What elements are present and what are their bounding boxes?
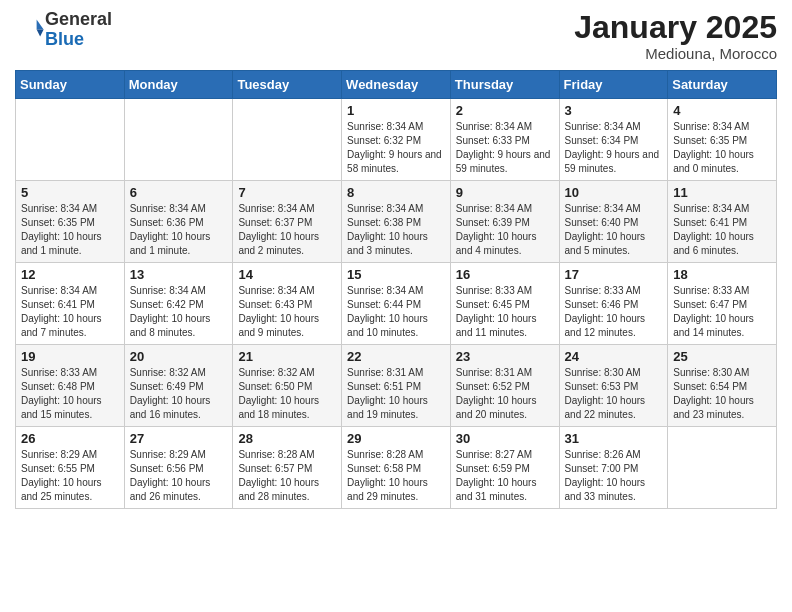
- day-number: 3: [565, 103, 663, 118]
- calendar-cell: 6Sunrise: 8:34 AM Sunset: 6:36 PM Daylig…: [124, 181, 233, 263]
- calendar-table: SundayMondayTuesdayWednesdayThursdayFrid…: [15, 70, 777, 509]
- calendar-cell: 14Sunrise: 8:34 AM Sunset: 6:43 PM Dayli…: [233, 263, 342, 345]
- day-info: Sunrise: 8:30 AM Sunset: 6:53 PM Dayligh…: [565, 366, 663, 422]
- logo: General Blue: [15, 10, 112, 50]
- day-number: 1: [347, 103, 445, 118]
- day-number: 16: [456, 267, 554, 282]
- calendar-cell: 29Sunrise: 8:28 AM Sunset: 6:58 PM Dayli…: [342, 427, 451, 509]
- day-number: 31: [565, 431, 663, 446]
- day-number: 14: [238, 267, 336, 282]
- day-info: Sunrise: 8:34 AM Sunset: 6:35 PM Dayligh…: [21, 202, 119, 258]
- day-number: 15: [347, 267, 445, 282]
- logo-icon: [17, 14, 45, 42]
- day-info: Sunrise: 8:33 AM Sunset: 6:48 PM Dayligh…: [21, 366, 119, 422]
- day-info: Sunrise: 8:32 AM Sunset: 6:50 PM Dayligh…: [238, 366, 336, 422]
- day-info: Sunrise: 8:34 AM Sunset: 6:41 PM Dayligh…: [673, 202, 771, 258]
- calendar-week-row: 5Sunrise: 8:34 AM Sunset: 6:35 PM Daylig…: [16, 181, 777, 263]
- day-info: Sunrise: 8:33 AM Sunset: 6:46 PM Dayligh…: [565, 284, 663, 340]
- calendar-cell: [16, 99, 125, 181]
- calendar-cell: 27Sunrise: 8:29 AM Sunset: 6:56 PM Dayli…: [124, 427, 233, 509]
- calendar-cell: 25Sunrise: 8:30 AM Sunset: 6:54 PM Dayli…: [668, 345, 777, 427]
- calendar-cell: 24Sunrise: 8:30 AM Sunset: 6:53 PM Dayli…: [559, 345, 668, 427]
- calendar-cell: 12Sunrise: 8:34 AM Sunset: 6:41 PM Dayli…: [16, 263, 125, 345]
- calendar-cell: 13Sunrise: 8:34 AM Sunset: 6:42 PM Dayli…: [124, 263, 233, 345]
- calendar-cell: 21Sunrise: 8:32 AM Sunset: 6:50 PM Dayli…: [233, 345, 342, 427]
- calendar-cell: 8Sunrise: 8:34 AM Sunset: 6:38 PM Daylig…: [342, 181, 451, 263]
- calendar-cell: 19Sunrise: 8:33 AM Sunset: 6:48 PM Dayli…: [16, 345, 125, 427]
- day-number: 20: [130, 349, 228, 364]
- svg-marker-1: [37, 29, 44, 36]
- day-number: 25: [673, 349, 771, 364]
- month-title: January 2025: [574, 10, 777, 45]
- day-info: Sunrise: 8:30 AM Sunset: 6:54 PM Dayligh…: [673, 366, 771, 422]
- day-number: 13: [130, 267, 228, 282]
- title-block: January 2025 Mediouna, Morocco: [574, 10, 777, 62]
- day-info: Sunrise: 8:32 AM Sunset: 6:49 PM Dayligh…: [130, 366, 228, 422]
- day-info: Sunrise: 8:34 AM Sunset: 6:44 PM Dayligh…: [347, 284, 445, 340]
- calendar-cell: 15Sunrise: 8:34 AM Sunset: 6:44 PM Dayli…: [342, 263, 451, 345]
- calendar-cell: 10Sunrise: 8:34 AM Sunset: 6:40 PM Dayli…: [559, 181, 668, 263]
- calendar-cell: 30Sunrise: 8:27 AM Sunset: 6:59 PM Dayli…: [450, 427, 559, 509]
- day-number: 7: [238, 185, 336, 200]
- day-number: 18: [673, 267, 771, 282]
- day-info: Sunrise: 8:34 AM Sunset: 6:43 PM Dayligh…: [238, 284, 336, 340]
- day-info: Sunrise: 8:33 AM Sunset: 6:45 PM Dayligh…: [456, 284, 554, 340]
- day-number: 6: [130, 185, 228, 200]
- day-number: 28: [238, 431, 336, 446]
- day-number: 26: [21, 431, 119, 446]
- day-number: 30: [456, 431, 554, 446]
- calendar-cell: 28Sunrise: 8:28 AM Sunset: 6:57 PM Dayli…: [233, 427, 342, 509]
- day-info: Sunrise: 8:34 AM Sunset: 6:33 PM Dayligh…: [456, 120, 554, 176]
- calendar-cell: 11Sunrise: 8:34 AM Sunset: 6:41 PM Dayli…: [668, 181, 777, 263]
- day-info: Sunrise: 8:31 AM Sunset: 6:51 PM Dayligh…: [347, 366, 445, 422]
- calendar-cell: 22Sunrise: 8:31 AM Sunset: 6:51 PM Dayli…: [342, 345, 451, 427]
- day-info: Sunrise: 8:34 AM Sunset: 6:41 PM Dayligh…: [21, 284, 119, 340]
- calendar-week-row: 26Sunrise: 8:29 AM Sunset: 6:55 PM Dayli…: [16, 427, 777, 509]
- day-info: Sunrise: 8:29 AM Sunset: 6:56 PM Dayligh…: [130, 448, 228, 504]
- calendar-cell: 4Sunrise: 8:34 AM Sunset: 6:35 PM Daylig…: [668, 99, 777, 181]
- calendar-cell: 5Sunrise: 8:34 AM Sunset: 6:35 PM Daylig…: [16, 181, 125, 263]
- calendar-cell: 26Sunrise: 8:29 AM Sunset: 6:55 PM Dayli…: [16, 427, 125, 509]
- day-info: Sunrise: 8:26 AM Sunset: 7:00 PM Dayligh…: [565, 448, 663, 504]
- day-info: Sunrise: 8:34 AM Sunset: 6:40 PM Dayligh…: [565, 202, 663, 258]
- day-number: 22: [347, 349, 445, 364]
- page-header: General Blue January 2025 Mediouna, Moro…: [15, 10, 777, 62]
- day-number: 12: [21, 267, 119, 282]
- day-info: Sunrise: 8:33 AM Sunset: 6:47 PM Dayligh…: [673, 284, 771, 340]
- calendar-cell: [668, 427, 777, 509]
- day-header-monday: Monday: [124, 71, 233, 99]
- calendar-week-row: 12Sunrise: 8:34 AM Sunset: 6:41 PM Dayli…: [16, 263, 777, 345]
- calendar-cell: 3Sunrise: 8:34 AM Sunset: 6:34 PM Daylig…: [559, 99, 668, 181]
- calendar-cell: 1Sunrise: 8:34 AM Sunset: 6:32 PM Daylig…: [342, 99, 451, 181]
- day-number: 10: [565, 185, 663, 200]
- day-info: Sunrise: 8:34 AM Sunset: 6:39 PM Dayligh…: [456, 202, 554, 258]
- svg-marker-0: [37, 19, 44, 29]
- day-info: Sunrise: 8:34 AM Sunset: 6:37 PM Dayligh…: [238, 202, 336, 258]
- calendar-week-row: 19Sunrise: 8:33 AM Sunset: 6:48 PM Dayli…: [16, 345, 777, 427]
- day-number: 2: [456, 103, 554, 118]
- logo-blue: Blue: [45, 29, 84, 49]
- calendar-cell: 16Sunrise: 8:33 AM Sunset: 6:45 PM Dayli…: [450, 263, 559, 345]
- day-info: Sunrise: 8:31 AM Sunset: 6:52 PM Dayligh…: [456, 366, 554, 422]
- day-number: 27: [130, 431, 228, 446]
- day-number: 8: [347, 185, 445, 200]
- calendar-header-row: SundayMondayTuesdayWednesdayThursdayFrid…: [16, 71, 777, 99]
- calendar-cell: [233, 99, 342, 181]
- day-header-thursday: Thursday: [450, 71, 559, 99]
- day-number: 23: [456, 349, 554, 364]
- calendar-week-row: 1Sunrise: 8:34 AM Sunset: 6:32 PM Daylig…: [16, 99, 777, 181]
- day-number: 17: [565, 267, 663, 282]
- day-header-sunday: Sunday: [16, 71, 125, 99]
- day-number: 24: [565, 349, 663, 364]
- day-number: 4: [673, 103, 771, 118]
- calendar-cell: 18Sunrise: 8:33 AM Sunset: 6:47 PM Dayli…: [668, 263, 777, 345]
- day-number: 29: [347, 431, 445, 446]
- location: Mediouna, Morocco: [574, 45, 777, 62]
- day-header-tuesday: Tuesday: [233, 71, 342, 99]
- day-header-saturday: Saturday: [668, 71, 777, 99]
- day-number: 5: [21, 185, 119, 200]
- calendar-cell: 7Sunrise: 8:34 AM Sunset: 6:37 PM Daylig…: [233, 181, 342, 263]
- calendar-cell: 31Sunrise: 8:26 AM Sunset: 7:00 PM Dayli…: [559, 427, 668, 509]
- calendar-cell: 9Sunrise: 8:34 AM Sunset: 6:39 PM Daylig…: [450, 181, 559, 263]
- day-info: Sunrise: 8:34 AM Sunset: 6:38 PM Dayligh…: [347, 202, 445, 258]
